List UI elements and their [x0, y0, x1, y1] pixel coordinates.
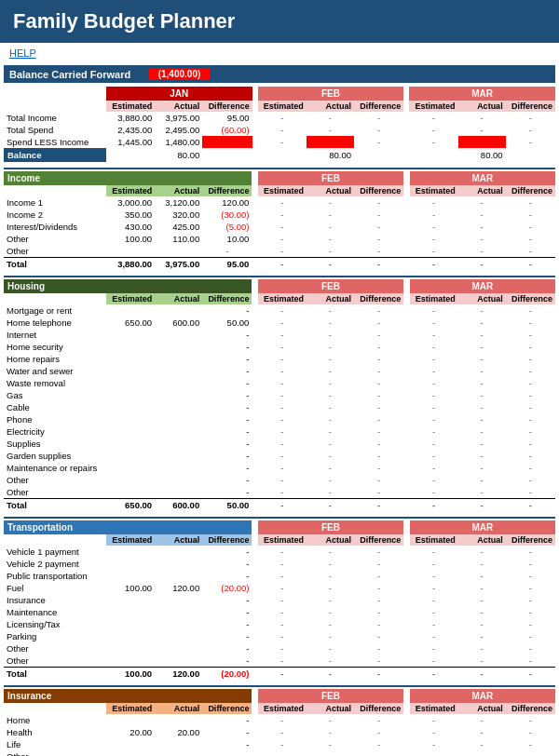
table-row: Licensing/Tax - - - - - - - — [4, 618, 555, 630]
table-row: Home - - - - - - - — [4, 714, 555, 726]
table-row: Maintenance - - - - - - - — [4, 606, 555, 618]
income-row-dividends: Interest/Dividends 430.00 425.00 (5.00) … — [4, 221, 555, 233]
table-row: Home repairs - - - - - - - — [4, 353, 555, 365]
page-title: Family Budget Planner — [0, 0, 559, 43]
income-row-1: Income 1 3,000.00 3,120.00 120.00 - - - … — [4, 196, 555, 209]
table-row: Other - - - - - - - — [4, 486, 555, 499]
income-row-other2: Other - - - - - - - — [4, 245, 555, 258]
income-row-other1: Other 100.00 110.00 10.00 - - - - - - — [4, 233, 555, 245]
income-table: Income FEB MAR Estimated Actual Differen… — [4, 171, 555, 270]
table-row: Other - - - - - - - — [4, 750, 555, 756]
table-row: Waste removal - - - - - - - — [4, 377, 555, 389]
jan-diff-header: Difference — [202, 101, 252, 112]
summary-row-spend-less: Spend LESS Income 1,445.00 1,480.00 - - … — [4, 136, 555, 148]
table-row: Insurance - - - - - - - — [4, 594, 555, 606]
table-row: Maintenance or repairs - - - - - - - — [4, 462, 555, 474]
table-row: Water and sewer - - - - - - - — [4, 365, 555, 377]
housing-table: Housing FEB MAR Estimated Actual Differe… — [4, 279, 555, 511]
table-row: Other - - - - - - - — [4, 642, 555, 655]
table-row: Cable - - - - - - - — [4, 401, 555, 413]
income-section-title: Income — [4, 171, 252, 185]
transport-section-title: Transportation — [4, 520, 252, 534]
insurance-section-title: Insurance — [4, 689, 252, 703]
table-row: Other - - - - - - - — [4, 655, 555, 668]
table-row: Parking - - - - - - - — [4, 630, 555, 642]
transportation-table: Transportation FEB MAR Estimated Actual … — [4, 520, 555, 680]
jan-header: JAN — [106, 87, 252, 101]
table-row: Mortgage or rent - - - - - - - — [4, 304, 555, 317]
help-link[interactable]: HELP — [0, 43, 559, 63]
income-total-row: Total 3,880.00 3,975.00 95.00 - - - - - … — [4, 258, 555, 271]
balance-forward-row: Balance Carried Forward (1,400.00) — [4, 65, 555, 83]
feb-header: FEB — [258, 87, 404, 101]
table-row: Public transportation - - - - - - - — [4, 570, 555, 582]
table-row: Life - - - - - - - — [4, 738, 555, 750]
summary-row-spend: Total Spend 2,435.00 2,495.00 (60.00) - … — [4, 124, 555, 136]
table-row: Garden supplies - - - - - - - — [4, 450, 555, 462]
table-row: Home telephone 650.00 600.00 50.00 - - -… — [4, 317, 555, 329]
balance-forward-value: (1,400.00) — [149, 68, 210, 80]
table-row: Health 20.00 20.00 - - - - - - - — [4, 726, 555, 738]
balance-forward-label: Balance Carried Forward — [9, 69, 149, 80]
table-row: Phone - - - - - - - — [4, 413, 555, 425]
table-row: Gas - - - - - - - — [4, 389, 555, 401]
table-row: Supplies - - - - - - - — [4, 438, 555, 450]
table-row: Other - - - - - - - — [4, 474, 555, 486]
summary-table: JAN FEB MAR Estimated Actual Difference … — [4, 87, 555, 162]
total-row: Total 650.00 600.00 50.00 - - - - - - — [4, 499, 555, 512]
mar-header: MAR — [409, 87, 555, 101]
summary-row-income: Total Income 3,880.00 3,975.00 95.00 - -… — [4, 112, 555, 124]
table-row: Vehicle 2 payment - - - - - - - — [4, 558, 555, 570]
income-row-2: Income 2 350.00 320.00 (30.00) - - - - -… — [4, 209, 555, 221]
table-row: Home security - - - - - - - — [4, 341, 555, 353]
table-row: Internet - - - - - - - — [4, 329, 555, 341]
total-row: Total 100.00 120.00 (20.00) - - - - - - — [4, 668, 555, 681]
jan-act-header: Actual — [155, 101, 202, 112]
housing-section-title: Housing — [4, 279, 252, 293]
jan-est-header: Estimated — [106, 101, 155, 112]
table-row: Vehicle 1 payment - - - - - - - — [4, 546, 555, 558]
insurance-table: Insurance FEB MAR Estimated Actual Diffe… — [4, 689, 555, 756]
table-row: Electricity - - - - - - - — [4, 425, 555, 438]
balance-row: Balance 80.00 80.00 80.00 — [4, 148, 555, 162]
table-row: Fuel 100.00 120.00 (20.00) - - - - - - — [4, 582, 555, 594]
